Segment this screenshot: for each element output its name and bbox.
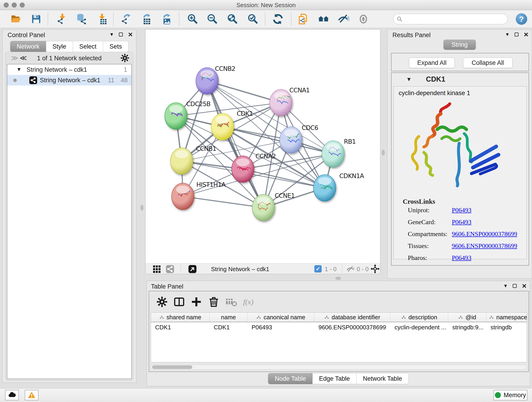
close-panel-icon[interactable]: ✕ — [524, 32, 529, 37]
table-container: f(x) shared namenamecanonical namedataba… — [149, 291, 529, 372]
table-settings-icon[interactable] — [156, 296, 168, 308]
add-column-icon[interactable] — [190, 296, 202, 308]
save-session-icon[interactable] — [31, 13, 42, 25]
network-collection-row[interactable]: ▼ String Network – cdk1 1 — [7, 64, 131, 75]
node-section-header[interactable]: ▼ CDK1 — [392, 73, 529, 86]
network-tree: ▼ String Network – cdk1 1 String Network… — [7, 64, 132, 379]
tab-sets[interactable]: Sets — [103, 41, 128, 52]
left-splitter-handle[interactable] — [140, 205, 143, 211]
toolbar-separator — [48, 12, 48, 26]
results-panel-header: Results Panel ▼ ✕ — [387, 30, 532, 40]
apply-layout-icon[interactable] — [272, 13, 284, 25]
tab-string[interactable]: String — [443, 40, 476, 50]
memory-status-dot — [495, 392, 501, 398]
hide-selected-icon[interactable] — [338, 13, 349, 25]
tab-edge-table[interactable]: Edge Table — [312, 373, 356, 384]
tab-select[interactable]: Select — [73, 41, 103, 52]
column-header-description[interactable]: description — [390, 313, 448, 322]
collapse-section-icon[interactable]: ▼ — [406, 76, 412, 83]
zoom-selected-icon[interactable] — [247, 13, 259, 25]
float-panel-icon[interactable] — [513, 284, 517, 288]
crosslink-link[interactable]: 9606.ENSP00000378699 — [452, 242, 517, 249]
edge-CCNB2-CCNE1 — [207, 81, 264, 208]
column-header-databaseidentifier[interactable]: database identifier — [314, 313, 390, 322]
right-splitter-handle[interactable] — [382, 150, 385, 155]
bottom-splitter-handle[interactable] — [336, 277, 341, 280]
import-network-database-icon[interactable] — [76, 13, 87, 25]
float-panel-icon[interactable] — [119, 32, 123, 36]
zoom-out-icon[interactable] — [206, 13, 218, 25]
network-edge-count: 48 — [121, 77, 128, 84]
node-table[interactable]: shared namenamecanonical namedatabase id… — [151, 313, 527, 362]
main-toolbar: ? — [0, 10, 532, 28]
export-network-icon[interactable] — [120, 13, 132, 25]
import-table-file-icon[interactable] — [96, 13, 108, 25]
panel-menu-icon[interactable]: ▼ — [503, 283, 508, 288]
tab-network-table[interactable]: Network Table — [356, 373, 409, 384]
collapse-all-button[interactable]: Collapse All — [463, 57, 513, 68]
crosslink-row: Uniprot: P06493 — [394, 206, 526, 216]
search-box[interactable] — [393, 14, 508, 24]
open-session-icon[interactable] — [10, 13, 22, 25]
shared-column-icon — [458, 315, 463, 320]
crosslink-link[interactable]: P06493 — [452, 206, 472, 214]
network-options-gear-icon[interactable] — [120, 53, 129, 63]
delete-table-icon[interactable] — [225, 296, 237, 308]
crosslink-link[interactable]: 9606.ENSP00000378699 — [452, 230, 517, 238]
tab-style[interactable]: Style — [46, 41, 73, 52]
horizontal-scrollbar[interactable] — [151, 365, 527, 370]
zoom-in-icon[interactable] — [187, 13, 198, 25]
fit-content-crosshair-icon[interactable] — [370, 264, 380, 274]
cloud-status-button[interactable] — [5, 390, 19, 400]
column-header-sharedname[interactable]: shared name — [151, 313, 210, 322]
string-app-badge-icon[interactable] — [166, 265, 174, 274]
crosslink-label: Pharos: — [408, 254, 427, 262]
node-details-section: ▼ CDK1 cyclin-dependent kinase 1 — [391, 72, 529, 266]
zoom-fit-icon[interactable] — [227, 13, 238, 25]
scrollbar-thumb[interactable] — [152, 365, 192, 369]
open-in-new-window-icon[interactable] — [188, 265, 197, 274]
duplicate-network-icon[interactable] — [298, 13, 309, 25]
float-panel-icon[interactable] — [515, 32, 519, 36]
shared-column-icon — [324, 315, 329, 320]
tab-node-table[interactable]: Node Table — [268, 373, 312, 384]
panel-menu-icon[interactable]: ▼ — [109, 32, 114, 37]
network-view-panel: CCNB2CCNA1CDC25BCDK1CDC6RB1CCNB1CCNA2CDK… — [145, 29, 380, 274]
crosslink-link[interactable]: P06493 — [452, 218, 472, 226]
search-input[interactable] — [404, 16, 503, 22]
function-builder-icon[interactable]: f(x) — [243, 296, 254, 308]
node-RB1 — [322, 141, 344, 167]
column-header-id[interactable]: @id — [448, 313, 486, 322]
hidden-indicator-eye-icon — [346, 265, 355, 273]
shared-column-icon — [256, 315, 261, 320]
crosslink-link[interactable]: P06493 — [452, 254, 472, 262]
close-panel-icon[interactable]: ✕ — [128, 32, 133, 37]
selected-indicator-checkbox[interactable]: ✓ — [314, 265, 322, 273]
results-panel-title: Results Panel — [393, 32, 431, 39]
show-all-icon[interactable] — [358, 13, 369, 25]
network-row[interactable]: String Network – cdk1 11 48 — [7, 75, 131, 85]
delete-column-icon[interactable] — [208, 296, 220, 308]
first-neighbors-icon[interactable] — [318, 13, 329, 25]
export-image-icon[interactable] — [160, 13, 172, 25]
toolbar-separator — [291, 12, 291, 26]
column-header-name[interactable]: name — [210, 313, 247, 322]
close-panel-icon[interactable]: ✕ — [522, 284, 527, 288]
export-table-icon[interactable] — [140, 13, 152, 25]
table-row[interactable]: CDK1CDK1P064939606.ENSP00000378699cyclin… — [151, 322, 527, 332]
memory-button[interactable]: Memory — [494, 390, 527, 400]
toolbar-separator — [113, 12, 114, 26]
warnings-button[interactable] — [25, 390, 38, 400]
import-network-file-icon[interactable] — [56, 13, 68, 25]
panel-menu-icon[interactable]: ▼ — [505, 32, 510, 37]
collection-expand-icon[interactable]: ▼ — [17, 66, 22, 72]
birds-eye-view-icon[interactable] — [152, 265, 161, 274]
node-CCNE1 — [252, 194, 275, 221]
column-header-canonicalname[interactable]: canonical name — [247, 313, 314, 322]
help-button[interactable]: ? — [516, 13, 527, 25]
expand-all-button[interactable]: Expand All — [409, 57, 455, 68]
tab-network[interactable]: Network — [10, 41, 46, 52]
network-canvas[interactable]: CCNB2CCNA1CDC25BCDK1CDC6RB1CCNB1CCNA2CDK… — [146, 30, 380, 263]
show-columns-icon[interactable] — [173, 296, 185, 308]
column-header-namespace[interactable]: namespace — [486, 313, 527, 322]
